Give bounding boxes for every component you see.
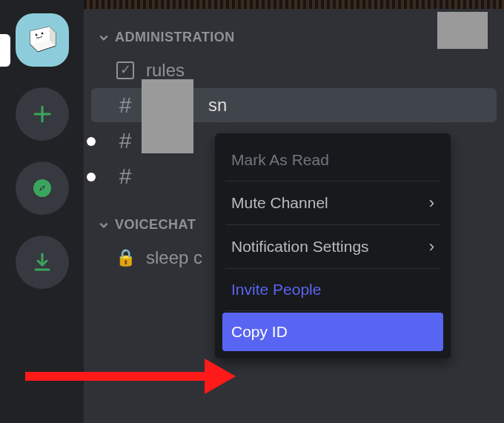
lock-icon: 🔒 <box>115 247 136 268</box>
unread-dot <box>87 137 96 146</box>
channel-label: sleep c <box>146 247 202 268</box>
svg-point-4 <box>41 33 43 35</box>
download-icon <box>31 251 53 273</box>
unread-dot <box>87 173 96 181</box>
menu-label: Invite People <box>231 281 321 299</box>
chevron-down-icon <box>99 220 109 230</box>
channel-label: sn <box>208 95 227 116</box>
category-label: VOICECHAT <box>115 217 196 233</box>
svg-marker-16 <box>205 359 236 394</box>
menu-label: Notification Settings <box>231 238 369 256</box>
channel-context-menu: Mark As Read Mute Channel › Notification… <box>215 133 451 359</box>
keycap-icon <box>26 25 59 55</box>
menu-invite-people[interactable]: Invite People <box>222 270 443 309</box>
add-server-button[interactable] <box>16 87 69 141</box>
category-label: ADMINISTRATION <box>115 30 235 45</box>
chevron-right-icon: › <box>429 237 434 256</box>
rules-icon <box>115 60 136 81</box>
menu-mark-as-read[interactable]: Mark As Read <box>222 141 443 179</box>
svg-point-11 <box>41 187 43 190</box>
menu-mute-channel[interactable]: Mute Channel › <box>222 183 443 223</box>
chevron-down-icon <box>99 33 109 43</box>
server-selection-pill <box>0 34 10 67</box>
menu-label: Copy ID <box>231 323 288 341</box>
redacted-region <box>437 12 488 49</box>
hash-icon: # <box>115 166 136 187</box>
compass-icon <box>31 177 53 199</box>
hash-icon: # <box>115 130 136 151</box>
menu-separator <box>225 224 440 225</box>
server-banner-strip <box>84 0 504 9</box>
annotation-arrow <box>22 332 237 399</box>
server-icon-active[interactable] <box>16 13 69 67</box>
explore-servers-button[interactable] <box>16 161 69 215</box>
hash-icon: # <box>115 95 136 116</box>
chevron-right-icon: › <box>429 193 434 213</box>
menu-separator <box>225 310 440 311</box>
menu-copy-id[interactable]: Copy ID <box>222 313 443 351</box>
menu-separator <box>225 268 440 269</box>
plus-icon <box>31 103 53 125</box>
channel-selected[interactable]: # sn <box>91 88 497 122</box>
menu-label: Mark As Read <box>231 151 329 169</box>
download-apps-button[interactable] <box>16 236 69 289</box>
menu-separator <box>225 181 440 181</box>
channel-label: rules <box>146 60 185 81</box>
menu-label: Mute Channel <box>231 194 328 212</box>
menu-notification-settings[interactable]: Notification Settings › <box>222 227 443 267</box>
svg-point-3 <box>35 34 37 36</box>
